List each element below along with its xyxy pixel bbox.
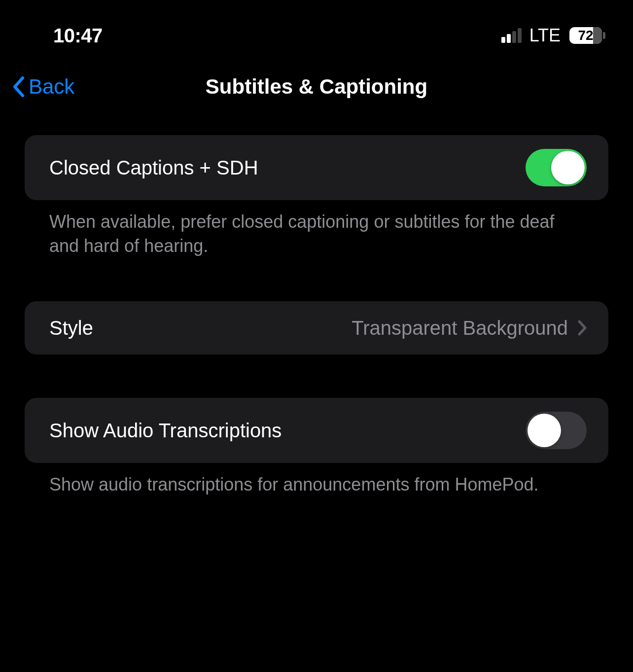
closed-captions-group: Closed Captions + SDH [25,135,608,200]
style-label: Style [49,317,93,339]
style-group: Style Transparent Background [25,301,608,354]
network-label: LTE [529,25,561,46]
toggle-knob [551,151,585,184]
back-label: Back [29,75,74,99]
audio-transcriptions-toggle[interactable] [526,412,587,449]
toggle-knob [528,414,561,447]
closed-captions-label: Closed Captions + SDH [49,157,258,179]
audio-transcriptions-group: Show Audio Transcriptions [25,398,608,463]
audio-transcriptions-footer: Show audio transcriptions for announceme… [25,463,608,497]
style-row[interactable]: Style Transparent Background [25,301,608,354]
status-time: 10:47 [53,25,103,47]
status-bar: 10:47 LTE 72 [0,0,633,51]
page-title: Subtitles & Captioning [0,75,633,99]
battery-icon: 72 [569,27,605,44]
content: Closed Captions + SDH When available, pr… [0,110,633,497]
audio-transcriptions-label: Show Audio Transcriptions [49,420,281,442]
back-button[interactable]: Back [12,75,74,99]
closed-captions-row[interactable]: Closed Captions + SDH [25,135,608,200]
battery-percent: 72 [569,28,602,43]
cellular-signal-icon [501,28,522,43]
style-value: Transparent Background [352,317,568,339]
chevron-left-icon [12,76,26,98]
audio-transcriptions-row[interactable]: Show Audio Transcriptions [25,398,608,463]
status-right: LTE 72 [501,25,605,46]
closed-captions-toggle[interactable] [526,149,587,186]
chevron-right-icon [578,320,587,336]
closed-captions-footer: When available, prefer closed captioning… [25,200,608,258]
nav-bar: Back Subtitles & Captioning [0,51,633,110]
